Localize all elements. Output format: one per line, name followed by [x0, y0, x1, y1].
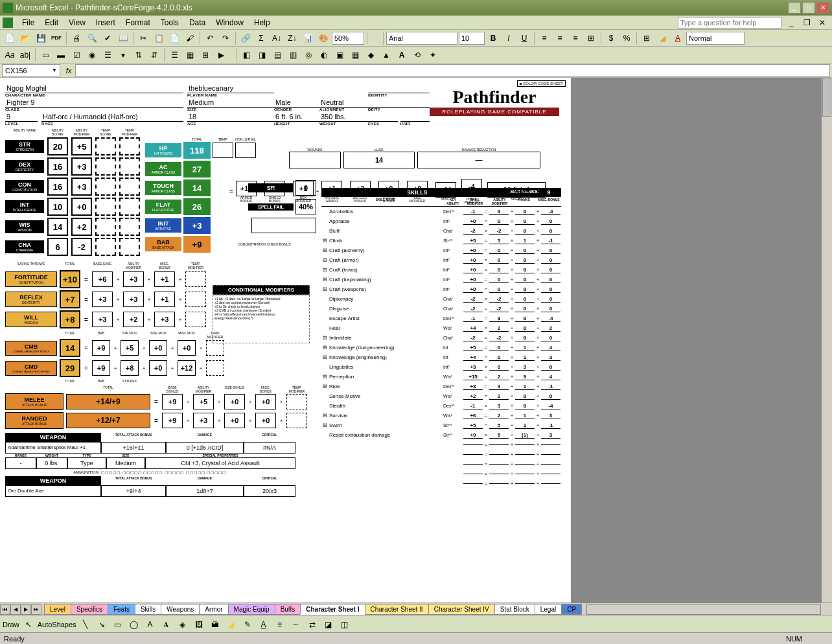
menu-file[interactable]: File [17, 17, 40, 29]
save-icon[interactable]: 💾 [34, 31, 48, 45]
3d-icon[interactable]: ◫ [338, 617, 352, 632]
menu-tools[interactable]: Tools [156, 17, 184, 29]
sheet-tab[interactable]: Character Sheet II [365, 604, 429, 615]
percent-icon[interactable]: % [619, 31, 634, 45]
borders-icon[interactable]: ⊞ [640, 31, 654, 45]
sheet-tab[interactable]: Character Sheet I [300, 604, 365, 615]
sheet-tab[interactable]: Magic Equip [228, 604, 275, 615]
tb-icon8[interactable]: ▦ [348, 48, 362, 62]
italic-icon[interactable]: I [502, 31, 516, 45]
align-left-icon[interactable]: ≡ [537, 31, 551, 45]
align-center-icon[interactable]: ≡ [553, 31, 567, 45]
close-button[interactable]: ✕ [816, 2, 829, 14]
maximize-button[interactable]: □ [802, 2, 815, 14]
scroll-icon[interactable]: ⇅ [132, 48, 146, 62]
code-icon[interactable]: ▦ [183, 48, 197, 62]
worksheet[interactable]: ■ COLOR CODE SHEET Ngog Moghil CHARACTER… [0, 78, 572, 603]
tb-icon3[interactable]: ▤ [270, 48, 284, 62]
arrow-icon[interactable]: ↘ [95, 617, 109, 632]
select-icon[interactable]: ↖ [21, 617, 36, 632]
align-right-icon[interactable]: ≡ [568, 31, 583, 45]
label-icon[interactable]: Aa [3, 48, 17, 62]
shadow-icon[interactable]: ◪ [321, 617, 336, 632]
draw-menu[interactable]: Draw [3, 621, 19, 628]
spell-icon[interactable]: ✔ [100, 31, 115, 45]
font-select[interactable] [386, 32, 457, 45]
diagram-icon[interactable]: ◈ [176, 617, 190, 632]
style-select[interactable] [686, 32, 745, 45]
format-painter-icon[interactable]: 🖌 [183, 31, 197, 45]
run-icon[interactable]: ▶ [214, 48, 228, 62]
sheet-tab[interactable]: Legal [535, 604, 562, 615]
fill-color-icon[interactable]: ◢ [655, 31, 669, 45]
sort-desc-icon[interactable]: Z↓ [285, 31, 299, 45]
tb-icon7[interactable]: ▣ [332, 48, 347, 62]
picture-icon[interactable]: 🏔 [208, 617, 222, 632]
open-icon[interactable]: 📂 [18, 31, 32, 45]
fontsize-select[interactable] [459, 32, 485, 45]
tb-icon11[interactable]: A [395, 48, 409, 62]
merge-icon[interactable]: ⊞ [584, 31, 598, 45]
tb-icon6[interactable]: ◐ [317, 48, 331, 62]
line-icon[interactable]: ╲ [78, 617, 93, 632]
paste-icon[interactable]: 📄 [167, 31, 181, 45]
zoom-select[interactable] [332, 32, 364, 45]
line-color-icon[interactable]: ✎ [240, 617, 255, 632]
textbox-draw-icon[interactable]: A [143, 617, 157, 632]
checkbox-icon[interactable]: ☑ [69, 48, 84, 62]
underline-icon[interactable]: U [517, 31, 531, 45]
fx-icon[interactable]: fx [62, 67, 75, 75]
sheet-tab[interactable]: Skills [135, 604, 161, 615]
horizontal-scrollbar[interactable] [586, 604, 821, 615]
redo-icon[interactable]: ↷ [218, 31, 233, 45]
autoshapes-menu[interactable]: AutoShapes [38, 621, 76, 628]
print-icon[interactable]: 🖨 [69, 31, 84, 45]
currency-icon[interactable]: $ [604, 31, 618, 45]
spinner-icon[interactable]: ⇵ [147, 48, 161, 62]
autosum-icon[interactable]: Σ [254, 31, 268, 45]
menu-insert[interactable]: Insert [91, 17, 121, 29]
clipart-icon[interactable]: 🖼 [192, 617, 206, 632]
preview-icon[interactable]: 🔍 [85, 31, 99, 45]
sheet-tab[interactable]: CP [561, 604, 582, 615]
drawing-icon[interactable]: 🎨 [316, 31, 330, 45]
doc-restore-button[interactable]: ❐ [800, 16, 814, 30]
tb-icon4[interactable]: ▥ [286, 48, 300, 62]
name-box[interactable]: CX156▼ [2, 64, 60, 77]
group-box-icon[interactable]: ▭ [38, 48, 52, 62]
wordart-icon[interactable]: 𝐀 [159, 617, 174, 632]
tab-first-icon[interactable]: ⏮ [0, 604, 10, 615]
sheet-tab[interactable]: Armor [199, 604, 228, 615]
props-icon[interactable]: ☰ [167, 48, 181, 62]
vertical-scrollbar[interactable] [821, 78, 832, 603]
minimize-button[interactable]: _ [788, 2, 801, 14]
menu-view[interactable]: View [64, 17, 91, 29]
chart-icon[interactable]: 📊 [301, 31, 315, 45]
bold-icon[interactable]: B [486, 31, 500, 45]
menu-format[interactable]: Format [121, 17, 156, 29]
sheet-tab[interactable]: Feats [108, 604, 135, 615]
tab-last-icon[interactable]: ⏭ [31, 604, 41, 615]
sheet-tab[interactable]: Buffs [275, 604, 301, 615]
menu-help[interactable]: Help [249, 17, 275, 29]
arrow-style-icon[interactable]: ⇄ [305, 617, 319, 632]
combo-icon[interactable]: ▾ [116, 48, 130, 62]
option-icon[interactable]: ◉ [85, 48, 99, 62]
button-icon[interactable]: ▬ [54, 48, 68, 62]
tb-icon9[interactable]: ◆ [364, 48, 378, 62]
menu-edit[interactable]: Edit [40, 17, 64, 29]
sheet-tab[interactable]: Character Sheet IV [428, 604, 495, 615]
dash-style-icon[interactable]: ┄ [289, 617, 303, 632]
formula-input[interactable] [75, 64, 830, 77]
doc-close-button[interactable]: ✕ [815, 16, 829, 30]
new-icon[interactable]: 📄 [3, 31, 17, 45]
undo-icon[interactable]: ↶ [203, 31, 217, 45]
hyperlink-icon[interactable]: 🔗 [238, 31, 253, 45]
tb-icon12[interactable]: ⟲ [410, 48, 424, 62]
menu-window[interactable]: Window [211, 17, 249, 29]
sheet-tab[interactable]: Level [44, 604, 71, 615]
listbox-icon[interactable]: ☰ [100, 48, 115, 62]
tab-next-icon[interactable]: ▶ [21, 604, 31, 615]
fill-icon[interactable]: ◢ [224, 617, 238, 632]
doc-minimize-button[interactable]: _ [784, 16, 798, 30]
